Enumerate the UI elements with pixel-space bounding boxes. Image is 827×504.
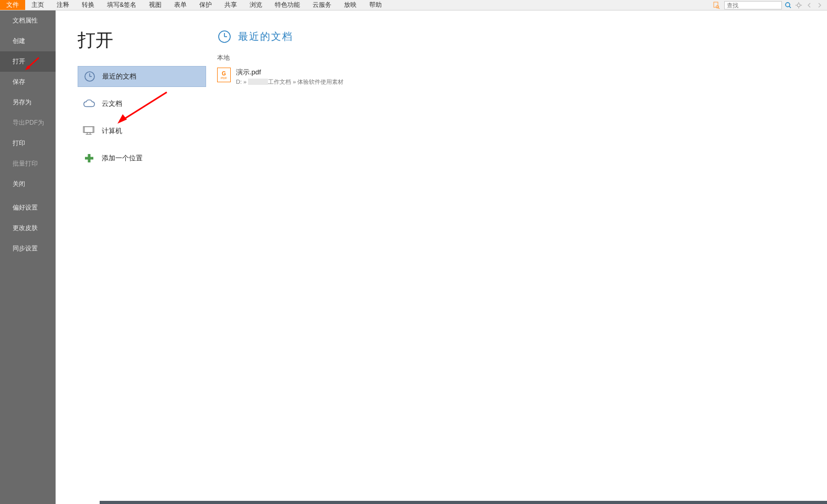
doc-name: 演示.pdf	[236, 68, 343, 77]
nav-forward-icon[interactable]	[815, 1, 824, 9]
search-doc-icon[interactable]	[711, 2, 722, 9]
section-label: 本地	[217, 53, 827, 62]
cloud-icon	[83, 97, 95, 110]
menu-tab-9[interactable]: 浏览	[243, 0, 268, 10]
sidebar-item-11[interactable]: 更改皮肤	[0, 218, 56, 238]
sidebar-item-1[interactable]: 创建	[0, 31, 56, 51]
sidebar-item-2[interactable]: 打开	[0, 51, 56, 72]
menu-tab-7[interactable]: 保护	[193, 0, 218, 10]
svg-line-2	[718, 8, 719, 9]
file-sidebar: 文档属性创建打开保存另存为导出PDF为打印批量打印关闭偏好设置更改皮肤同步设置	[0, 10, 56, 504]
menu-tab-4[interactable]: 填写&签名	[101, 0, 143, 10]
open-option-plus[interactable]: 添加一个位置	[78, 148, 206, 169]
sidebar-item-0[interactable]: 文档属性	[0, 10, 56, 31]
main-layout: 文档属性创建打开保存另存为导出PDF为打印批量打印关闭偏好设置更改皮肤同步设置 …	[0, 10, 827, 504]
menu-tab-10[interactable]: 特色功能	[268, 0, 306, 10]
panel-title: 打开	[78, 28, 208, 52]
menu-tabs-container: 文件主页注释转换填写&签名视图表单保护共享浏览特色功能云服务放映帮助	[0, 0, 388, 10]
menubar-spacer	[388, 0, 711, 10]
sidebar-item-7: 批量打印	[0, 154, 56, 174]
open-panel: 打开 最近的文档云文档计算机添加一个位置	[56, 10, 208, 504]
sidebar-item-12[interactable]: 同步设置	[0, 238, 56, 259]
menu-tab-1[interactable]: 主页	[25, 0, 50, 10]
menu-tab-8[interactable]: 共享	[218, 0, 243, 10]
option-label: 计算机	[102, 126, 122, 136]
content-title: 最近的文档	[238, 30, 293, 43]
open-option-computer[interactable]: 计算机	[78, 120, 206, 141]
svg-rect-13	[84, 127, 93, 133]
plus-icon	[83, 152, 95, 165]
menu-tab-11[interactable]: 云服务	[306, 0, 338, 10]
doc-path: D: » xxxx工作文档 » 体验软件使用素材	[236, 78, 343, 86]
sidebar-item-8[interactable]: 关闭	[0, 174, 56, 194]
menu-tab-12[interactable]: 放映	[338, 0, 363, 10]
svg-point-3	[786, 3, 790, 7]
top-menubar: 文件主页注释转换填写&签名视图表单保护共享浏览特色功能云服务放映帮助	[0, 0, 827, 10]
clock-icon	[217, 29, 232, 44]
menu-tab-6[interactable]: 表单	[168, 0, 193, 10]
pdf-file-icon: GPDF	[217, 68, 231, 82]
menu-tab-2[interactable]: 注释	[50, 0, 76, 10]
search-go-icon[interactable]	[784, 1, 792, 9]
menu-tab-13[interactable]: 帮助	[363, 0, 388, 10]
option-label: 云文档	[102, 99, 122, 108]
menu-tab-0[interactable]: 文件	[0, 0, 25, 10]
svg-point-1	[716, 5, 719, 8]
search-input[interactable]	[724, 1, 782, 9]
bottom-bar	[100, 501, 827, 504]
open-option-cloud[interactable]: 云文档	[78, 93, 206, 114]
svg-line-4	[789, 6, 791, 8]
gear-icon[interactable]	[794, 1, 803, 9]
svg-rect-14	[83, 127, 94, 133]
sidebar-item-3[interactable]: 保存	[0, 72, 56, 92]
content-header: 最近的文档	[217, 29, 827, 44]
content-area: 最近的文档 本地 GPDF 演示.pdf D: » xxxx工作文档 » 体验软…	[208, 10, 827, 504]
menu-tab-5[interactable]: 视图	[143, 0, 168, 10]
sidebar-item-4[interactable]: 另存为	[0, 92, 56, 113]
option-label: 最近的文档	[102, 72, 136, 81]
sidebar-item-6[interactable]: 打印	[0, 133, 56, 154]
clock-icon	[83, 70, 96, 83]
sidebar-item-5: 导出PDF为	[0, 113, 56, 133]
svg-point-5	[797, 4, 800, 7]
computer-icon	[83, 125, 95, 137]
option-label: 添加一个位置	[102, 154, 143, 163]
sidebar-item-10[interactable]: 偏好设置	[0, 198, 56, 218]
open-option-clock[interactable]: 最近的文档	[78, 66, 206, 87]
doc-info: 演示.pdf D: » xxxx工作文档 » 体验软件使用素材	[236, 68, 343, 86]
menu-tab-3[interactable]: 转换	[76, 0, 101, 10]
svg-rect-0	[714, 2, 718, 7]
menubar-right	[711, 0, 827, 10]
recent-doc-row[interactable]: GPDF 演示.pdf D: » xxxx工作文档 » 体验软件使用素材	[217, 65, 827, 88]
nav-back-icon[interactable]	[805, 1, 813, 9]
